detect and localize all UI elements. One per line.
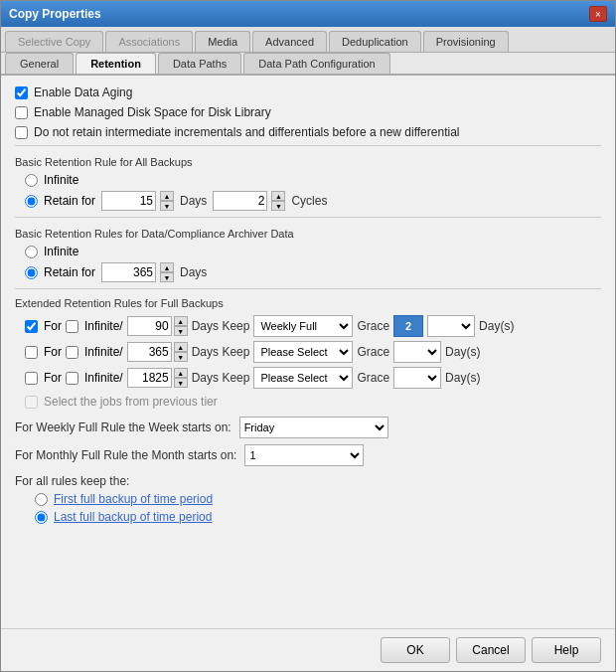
ext-days-spinner-3: ▲ ▼ bbox=[174, 368, 188, 388]
first-backup-label: First full backup of time period bbox=[54, 492, 213, 506]
ext-row-3: For Infinite/ ▲ ▼ Days Keep Please Selec… bbox=[15, 367, 601, 389]
retain-label-all: Retain for bbox=[44, 194, 95, 208]
window-title: Copy Properties bbox=[9, 7, 101, 21]
ext-for-label-3: For bbox=[44, 371, 62, 385]
keep-rules-section: For all rules keep the: First full backu… bbox=[15, 474, 601, 524]
days-down-comp[interactable]: ▼ bbox=[160, 272, 174, 282]
retain-row-all: Retain for ▲ ▼ Days ▲ ▼ Cycles bbox=[15, 191, 601, 211]
help-button[interactable]: Help bbox=[532, 637, 601, 663]
ext-keep-dropdown-1[interactable]: Weekly Full Monthly Full Yearly Full bbox=[253, 315, 353, 337]
ext-days-down-1[interactable]: ▼ bbox=[174, 326, 188, 336]
days-unit-comp: Days bbox=[180, 265, 207, 279]
last-backup-radio[interactable] bbox=[35, 511, 48, 524]
tab-deduplication[interactable]: Deduplication bbox=[329, 31, 421, 52]
ext-infinite-label-1: Infinite/ bbox=[84, 319, 123, 333]
infinite-radio-comp[interactable] bbox=[25, 246, 38, 258]
ok-button[interactable]: OK bbox=[381, 637, 450, 663]
infinite-radio-all[interactable] bbox=[25, 174, 38, 187]
days-input-comp[interactable] bbox=[101, 262, 156, 282]
tab-provisioning[interactable]: Provisioning bbox=[423, 31, 509, 52]
enable-managed-disk-label: Enable Managed Disk Space for Disk Libra… bbox=[34, 105, 271, 119]
ext-keep-dropdown-3[interactable]: Please Select Weekly Full Monthly Full Y… bbox=[253, 367, 353, 389]
enable-managed-disk-checkbox[interactable] bbox=[15, 106, 28, 119]
tab-retention[interactable]: Retention bbox=[76, 53, 156, 74]
extended-retention-header: Extended Retention Rules for Full Backup… bbox=[15, 297, 601, 309]
ext-grace-input-1[interactable] bbox=[393, 315, 423, 337]
first-backup-row: First full backup of time period bbox=[15, 492, 601, 506]
ext-days-spinner-2: ▲ ▼ bbox=[174, 342, 188, 362]
ext-grace-label-1: Grace bbox=[357, 319, 389, 333]
basic-retention-compliance-label: Basic Retention Rules for Data/Complianc… bbox=[15, 228, 601, 240]
infinite-label-all: Infinite bbox=[44, 173, 78, 187]
ext-days-label-2: Days Keep bbox=[192, 345, 250, 359]
retain-label-comp: Retain for bbox=[44, 265, 95, 279]
ext-grace-dropdown-3[interactable]: Days bbox=[393, 367, 441, 389]
close-button[interactable]: × bbox=[589, 6, 607, 22]
enable-managed-disk-row: Enable Managed Disk Space for Disk Libra… bbox=[15, 105, 601, 119]
enable-data-aging-row: Enable Data Aging bbox=[15, 85, 601, 99]
cycles-input-all[interactable] bbox=[213, 191, 267, 211]
month-starts-row: For Monthly Full Rule the Month starts o… bbox=[15, 444, 601, 466]
ext-days-label-3: Days Keep bbox=[192, 371, 250, 385]
ext-for-checkbox-1[interactable] bbox=[25, 320, 38, 333]
ext-days-input-2[interactable] bbox=[127, 342, 172, 362]
retain-radio-all[interactable] bbox=[25, 195, 38, 208]
tab-associations[interactable]: Associations bbox=[105, 31, 193, 52]
ext-infinite-checkbox-2[interactable] bbox=[66, 346, 78, 359]
days-spinner-all: ▲ ▼ bbox=[160, 191, 174, 211]
ext-for-checkbox-3[interactable] bbox=[25, 372, 38, 385]
ext-days-up-3[interactable]: ▲ bbox=[174, 368, 188, 378]
titlebar: Copy Properties × bbox=[1, 1, 615, 27]
retain-radio-comp[interactable] bbox=[25, 266, 38, 279]
ext-infinite-label-2: Infinite/ bbox=[84, 345, 123, 359]
bottom-tab-row: General Retention Data Paths Data Path C… bbox=[1, 53, 615, 76]
month-starts-label: For Monthly Full Rule the Month starts o… bbox=[15, 448, 236, 462]
tab-advanced[interactable]: Advanced bbox=[252, 31, 327, 52]
ext-day-label-1: Day(s) bbox=[479, 319, 514, 333]
enable-data-aging-label: Enable Data Aging bbox=[34, 85, 132, 99]
month-starts-dropdown[interactable]: 1 2 3 4 5 bbox=[244, 444, 364, 466]
ext-infinite-checkbox-1[interactable] bbox=[66, 320, 78, 333]
ext-infinite-checkbox-3[interactable] bbox=[66, 372, 78, 385]
first-backup-radio[interactable] bbox=[35, 493, 48, 506]
cycles-down-all[interactable]: ▼ bbox=[271, 201, 285, 211]
days-up-all[interactable]: ▲ bbox=[160, 191, 174, 201]
ext-keep-dropdown-2[interactable]: Please Select Weekly Full Monthly Full Y… bbox=[253, 341, 353, 363]
select-jobs-label: Select the jobs from previous tier bbox=[44, 395, 218, 409]
ext-for-checkbox-2[interactable] bbox=[25, 346, 38, 359]
week-starts-dropdown[interactable]: Friday Sunday Monday Tuesday Wednesday T… bbox=[239, 417, 388, 438]
do-not-retain-row: Do not retain intermediate incrementals … bbox=[15, 125, 601, 139]
ext-days-input-3[interactable] bbox=[127, 368, 172, 388]
ext-days-input-1[interactable] bbox=[127, 316, 172, 336]
cancel-button[interactable]: Cancel bbox=[456, 637, 526, 663]
ext-row-1: For Infinite/ ▲ ▼ Days Keep Weekly Full … bbox=[15, 315, 601, 337]
tab-selective-copy[interactable]: Selective Copy bbox=[5, 31, 103, 52]
basic-retention-all-label: Basic Retention Rule for All Backups bbox=[15, 156, 601, 168]
ext-grace-dropdown-1[interactable]: Days Weeks bbox=[427, 315, 475, 337]
tab-data-path-config[interactable]: Data Path Configuration bbox=[243, 53, 389, 74]
cycles-spinner-all: ▲ ▼ bbox=[271, 191, 285, 211]
days-unit-all: Days bbox=[180, 194, 207, 208]
ext-days-down-2[interactable]: ▼ bbox=[174, 352, 188, 362]
enable-data-aging-checkbox[interactable] bbox=[15, 86, 28, 99]
tab-data-paths[interactable]: Data Paths bbox=[158, 53, 241, 74]
tab-media[interactable]: Media bbox=[195, 31, 250, 52]
select-jobs-checkbox[interactable] bbox=[25, 396, 38, 409]
ext-grace-dropdown-2[interactable]: Days bbox=[393, 341, 441, 363]
tab-general[interactable]: General bbox=[5, 53, 74, 74]
cycles-unit-all: Cycles bbox=[291, 194, 327, 208]
week-starts-label: For Weekly Full Rule the Week starts on: bbox=[15, 420, 231, 434]
ext-days-down-3[interactable]: ▼ bbox=[174, 378, 188, 388]
do-not-retain-label: Do not retain intermediate incrementals … bbox=[34, 125, 459, 139]
infinite-radio-row-comp: Infinite bbox=[15, 245, 601, 258]
select-jobs-row: Select the jobs from previous tier bbox=[25, 395, 601, 409]
cycles-up-all[interactable]: ▲ bbox=[271, 191, 285, 201]
ext-infinite-label-3: Infinite/ bbox=[84, 371, 123, 385]
ext-days-spinner-1: ▲ ▼ bbox=[174, 316, 188, 336]
do-not-retain-checkbox[interactable] bbox=[15, 126, 28, 139]
days-down-all[interactable]: ▼ bbox=[160, 201, 174, 211]
ext-days-up-2[interactable]: ▲ bbox=[174, 342, 188, 352]
days-up-comp[interactable]: ▲ bbox=[160, 262, 174, 272]
ext-days-up-1[interactable]: ▲ bbox=[174, 316, 188, 326]
days-input-all[interactable] bbox=[101, 191, 156, 211]
